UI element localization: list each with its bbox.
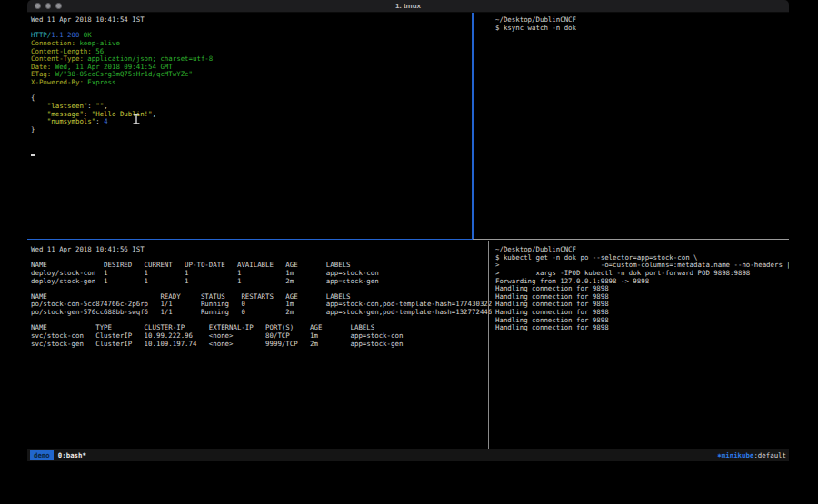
terminal-window: 1. tmux Wed 11 Apr 2018 10:41:54 ISTHTTP… [27,0,789,461]
terminal-text-cursor [31,154,35,156]
terminal-line: po/stock-gen-576cc688bb-swqf6 1/1 Runnin… [31,309,492,317]
terminal-line [31,134,475,143]
terminal-line [31,142,475,150]
terminal-line [31,87,475,95]
pane-kubectl-resources[interactable]: Wed 11 Apr 2018 10:41:56 ISTNAME DESIRED… [27,241,492,449]
terminal-line [31,25,475,33]
fullscreen-button[interactable] [55,3,62,9]
pane-divider-vertical-top-active[interactable] [472,13,474,240]
terminal-line: } [31,126,475,134]
window-title: 1. tmux [27,0,789,12]
terminal-line: $ ksync watch -n dok [495,25,789,33]
terminal-line: Handling connection for 9898 [495,324,789,332]
pane-divider-vertical-bottom[interactable] [488,241,489,449]
tmux-status-bar: demo 0:bash* ⎈ minikube :default [27,449,789,461]
pane-ksync-watch[interactable]: ~/Desktop/DublinCNCF$ ksync watch -n dok [473,13,789,242]
pane-divider-horizontal-right[interactable] [473,239,789,240]
window-titlebar[interactable]: 1. tmux [27,0,789,13]
close-button[interactable] [35,3,41,9]
traffic-lights [35,3,62,9]
terminal-line: deploy/stock-gen 1 1 1 1 2m app=stock-ge… [31,278,492,286]
terminal-line: Wed 11 Apr 2018 10:41:54 IST [31,16,475,25]
terminal-line: X-Powered-By: Express [31,79,475,87]
terminal-line [31,150,475,158]
terminal-line: svc/stock-gen ClusterIP 10.109.197.74 <n… [31,341,492,349]
kube-context-label: minikube [722,451,754,460]
minimize-button[interactable] [45,3,52,9]
pane-port-forward[interactable]: ~/Desktop/DublinCNCF$ kubectl get -n dok… [489,241,789,449]
session-name-badge[interactable]: demo [30,450,54,460]
pane-divider-horizontal-left-active[interactable] [27,239,473,241]
pane-http-response[interactable]: Wed 11 Apr 2018 10:41:54 ISTHTTP/1.1 200… [27,13,475,242]
tmux-terminal: Wed 11 Apr 2018 10:41:54 ISTHTTP/1.1 200… [27,13,789,449]
terminal-line: "numsymbols": 4 [31,118,475,126]
mouse-cursor-ibeam [133,114,140,124]
kube-namespace-label: :default [753,451,786,460]
active-window-label[interactable]: 0:bash* [58,451,86,460]
terminal-line: Wed 11 Apr 2018 10:41:56 IST [31,246,492,254]
desktop-background: 1. tmux Wed 11 Apr 2018 10:41:54 ISTHTTP… [0,0,818,504]
